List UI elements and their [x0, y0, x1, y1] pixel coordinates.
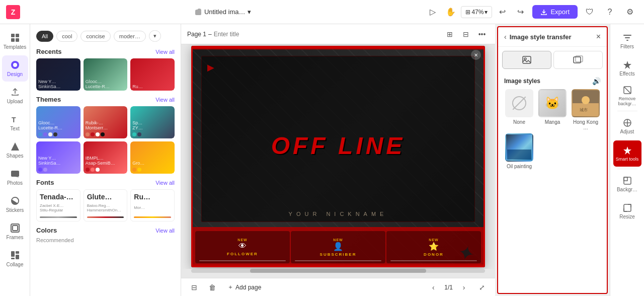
shield-icon[interactable]: 🛡: [582, 4, 598, 20]
canvas-bottom-ui: ⊟ 🗑 ＋ Add page ‹ 1/1 › ⤢: [181, 278, 495, 296]
font-sub: Mor…: [134, 205, 171, 210]
sidebar-item-text[interactable]: T Text: [2, 110, 28, 136]
style-item-none[interactable]: None: [504, 89, 534, 130]
theme-card[interactable]: Sp…ZY…: [130, 106, 175, 138]
design-canvas[interactable]: ▶ ✕ OFF LINE YOUR NICKNAME NEW 👁 FOLLOWE…: [191, 46, 485, 267]
topbar-right: Export 🛡 ? ⚙: [532, 4, 638, 20]
theme-card[interactable]: Rubik-…Montserr…: [84, 106, 128, 138]
font-card[interactable]: Glute… Baloo-Reg…HammersmithOn…: [84, 189, 128, 221]
multi-image-icon: [573, 55, 583, 65]
play-button[interactable]: ▷: [425, 4, 441, 20]
svg-rect-15: [11, 251, 15, 257]
canvas-scrollbar-thumb[interactable]: [250, 269, 426, 273]
upload-icon: [10, 87, 20, 97]
style-item-manga[interactable]: 🐱 Manga: [537, 89, 568, 130]
style-item-oil-painting[interactable]: Oil painting: [504, 133, 534, 169]
page-navigation: ‹ 1/1 › ⤢: [426, 280, 489, 294]
font-card[interactable]: Ru… Mor…: [130, 189, 175, 221]
export-label: Export: [550, 8, 570, 16]
style-label-hong-kong: Hong Kong …: [571, 119, 601, 130]
sidebar-item-shapes[interactable]: Shapes: [2, 137, 28, 163]
doc-title[interactable]: Untitled ima… ▾: [194, 8, 251, 16]
topbar-center: Untitled ima… ▾: [24, 8, 421, 16]
smart-tools-tool[interactable]: Smart tools: [613, 140, 641, 167]
effects-tool[interactable]: Effects: [613, 55, 641, 82]
font-card[interactable]: Tenada-… Zacbel X-E…Stilu-Regular: [36, 189, 80, 221]
style-panel-tabs: [498, 47, 607, 73]
template-card[interactable]: New Y…SinkinSa…: [36, 58, 80, 91]
grid-tool-button[interactable]: ⊞: [443, 27, 457, 41]
sidebar-item-upload[interactable]: Upload: [2, 83, 28, 109]
template-card[interactable]: Glooc…Lucette-R…: [84, 58, 128, 91]
tab-single-image[interactable]: [502, 51, 551, 69]
zoom-selector[interactable]: ⊞ 47% ▾: [461, 6, 492, 18]
template-card[interactable]: Ru…: [130, 58, 175, 91]
svg-rect-17: [16, 255, 19, 259]
page-template-button[interactable]: ⊟: [187, 280, 201, 294]
themes-view-all[interactable]: View all: [155, 97, 175, 103]
help-icon[interactable]: ?: [602, 4, 618, 20]
tag-all[interactable]: All: [36, 31, 53, 42]
frames-icon: [10, 223, 20, 233]
templates-icon: [10, 33, 20, 43]
sidebar-item-stickers[interactable]: Stickers: [2, 191, 28, 217]
recents-view-all[interactable]: View all: [155, 49, 175, 55]
adjust-tool[interactable]: Adjust: [613, 113, 641, 139]
canvas-horizontal-scrollbar[interactable]: [191, 269, 485, 273]
sidebar-item-collage[interactable]: Collage: [2, 246, 28, 272]
canvas-toolbar: Page 1 – ⊞ ⊟ •••: [181, 24, 495, 44]
fullscreen-button[interactable]: ⤢: [475, 280, 489, 294]
next-page-button[interactable]: ›: [457, 280, 471, 294]
prev-page-button[interactable]: ‹: [426, 280, 440, 294]
tag-concise[interactable]: concise: [80, 31, 110, 42]
more-options-button[interactable]: •••: [475, 27, 489, 41]
style-item-hong-kong[interactable]: 城市 Hong Kong …: [571, 89, 601, 130]
background-tool[interactable]: Backgr…: [613, 171, 641, 197]
image-style-transfer-panel: ‹ Image style transfer × Image styles 🔊: [497, 26, 608, 294]
theme-card[interactable]: Gro…: [130, 141, 175, 174]
export-button[interactable]: Export: [532, 5, 578, 19]
delete-page-button[interactable]: 🗑: [205, 280, 219, 294]
sidebar-item-photos[interactable]: Photos: [2, 164, 28, 190]
remove-bg-tool[interactable]: Remove backgr…: [613, 83, 641, 109]
theme-colors: [38, 168, 61, 172]
themes-title: Themes: [36, 96, 61, 103]
sidebar-item-frames[interactable]: Frames: [2, 218, 28, 245]
none-slash: [513, 97, 526, 110]
settings-icon[interactable]: ⚙: [622, 4, 638, 20]
adjust-label: Adjust: [620, 129, 634, 134]
hand-tool-button[interactable]: ✋: [443, 4, 459, 20]
fonts-view-all[interactable]: View all: [155, 180, 175, 186]
style-label-none: None: [513, 119, 525, 125]
tab-multi-image[interactable]: [553, 51, 603, 69]
theme-card[interactable]: IBMPL…Asap-SemiB…: [84, 141, 128, 174]
redo-button[interactable]: ↪: [512, 4, 528, 20]
sidebar-item-design[interactable]: Design: [2, 55, 28, 82]
panel-close-button[interactable]: ×: [596, 32, 601, 41]
template-label: Glooc…Lucette-R…: [84, 78, 128, 91]
resize-tool[interactable]: Resize: [613, 198, 641, 225]
sidebar-item-templates[interactable]: Templates: [2, 28, 28, 54]
svg-rect-39: [624, 204, 631, 211]
layout-tool-button[interactable]: ⊟: [459, 27, 473, 41]
svg-rect-27: [623, 35, 631, 36]
single-image-icon: [522, 55, 532, 65]
svg-point-2: [197, 9, 201, 13]
tag-cool[interactable]: cool: [56, 31, 77, 42]
colors-view-all[interactable]: View all: [155, 228, 175, 234]
style-panel-header: ‹ Image style transfer ×: [498, 27, 607, 47]
panel-back-button[interactable]: ‹: [504, 33, 507, 41]
page-title-input[interactable]: [214, 31, 289, 38]
effects-label: Effects: [619, 71, 634, 77]
tag-modern[interactable]: moder…: [114, 31, 146, 42]
tag-more-button[interactable]: ▾: [149, 30, 161, 42]
theme-card[interactable]: New Y…SinkinSa…: [36, 141, 80, 174]
filters-tool[interactable]: Filters: [613, 28, 641, 54]
theme-name: Rubik-…Montserr…: [86, 120, 108, 130]
theme-card[interactable]: Glooc…Lucette-R…: [36, 106, 80, 138]
zoom-level: 47%: [471, 9, 484, 16]
add-page-button[interactable]: ＋ Add page: [223, 281, 265, 293]
undo-button[interactable]: ↩: [494, 4, 510, 20]
resize-icon: [623, 203, 632, 212]
right-panel-wrapper: ‹ Image style transfer × Image styles 🔊: [495, 24, 644, 296]
